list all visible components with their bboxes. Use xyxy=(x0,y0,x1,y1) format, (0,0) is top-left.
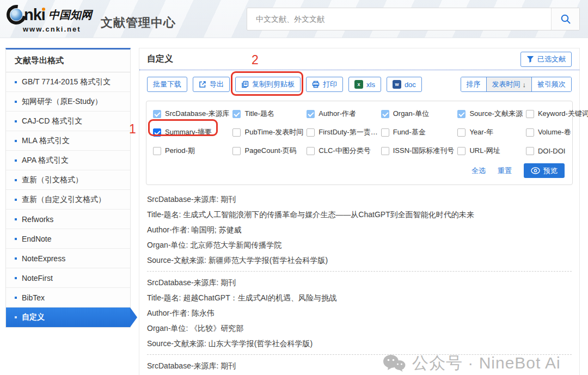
sidebar-item-label: NoteFirst xyxy=(22,274,53,282)
sidebar-item[interactable]: MLA 格式引文 xyxy=(6,131,130,151)
copy-label: 复制到剪贴板 xyxy=(252,79,295,89)
field-label: ISSN-国际标准刊号 xyxy=(393,146,455,156)
field-selection-box: SrcDatabase-来源库 Title-题名 Author-作者 xyxy=(146,101,573,185)
checkbox-icon[interactable] xyxy=(381,110,389,118)
field-checkbox-item[interactable]: PageCount-页码 xyxy=(232,146,303,156)
sidebar-item-label: GB/T 7714-2015 格式引文 xyxy=(22,77,111,87)
export-xls-button[interactable]: x xls xyxy=(348,77,381,92)
sidebar-item[interactable]: BibTex xyxy=(6,288,130,308)
checkbox-icon[interactable] xyxy=(232,128,241,137)
sidebar-item[interactable]: APA 格式引文 xyxy=(6,151,130,170)
sidebar-item[interactable]: Refworks xyxy=(6,210,130,229)
checkbox-icon[interactable] xyxy=(457,110,465,118)
checkbox-icon[interactable] xyxy=(457,128,465,137)
field-checkbox-item[interactable]: CLC-中图分类号 xyxy=(307,146,377,156)
selected-docs-button[interactable]: 已选文献 xyxy=(520,52,572,67)
export-icon xyxy=(199,81,206,88)
sidebar-item[interactable]: 自定义 xyxy=(6,308,130,327)
record-item: SrcDatabase-来源库: 期刊Title-题名: 生成式人工智能浪潮下的… xyxy=(147,188,572,271)
page-title: 文献管理中心 xyxy=(101,15,176,31)
checkbox-icon[interactable] xyxy=(307,110,315,118)
sidebar-item[interactable]: CAJ-CD 格式引文 xyxy=(6,112,130,131)
sidebar-item-label: 查新（自定义引文格式） xyxy=(22,195,106,205)
cnki-export-page: nki 中国知网 www.cnki.net 文献管理中心 文献导出格式 GB xyxy=(0,0,588,375)
print-button[interactable]: 打印 xyxy=(306,77,343,92)
sidebar-item-label: Refworks xyxy=(22,215,53,224)
record-line: Title-题名: 超越ChatGPT：生成式AI的机遇、风险与挑战 xyxy=(147,290,572,305)
copy-icon xyxy=(241,81,249,88)
toolbar: 批量下载 导出 复制到剪贴板 打印 x xyxy=(139,70,579,99)
checkbox-icon[interactable] xyxy=(153,128,161,137)
field-checkbox-item[interactable]: FirstDuty-第一责… xyxy=(307,127,377,137)
sidebar-item[interactable]: GB/T 7714-2015 格式引文 xyxy=(6,72,130,92)
record-list: SrcDatabase-来源库: 期刊Title-题名: 生成式人工智能浪潮下的… xyxy=(139,185,579,375)
checkbox-icon[interactable] xyxy=(526,110,534,118)
xls-label: xls xyxy=(366,81,375,89)
search-input[interactable] xyxy=(247,8,551,30)
reset-link[interactable]: 重置 xyxy=(498,166,512,176)
export-label: 导出 xyxy=(210,79,224,89)
field-checkbox-item[interactable]: Fund-基金 xyxy=(381,127,455,137)
sidebar-item-label: APA 格式引文 xyxy=(22,156,69,165)
field-checkbox-item[interactable]: Author-作者 xyxy=(307,109,377,119)
search-box xyxy=(247,8,580,30)
checkbox-icon[interactable] xyxy=(526,128,534,137)
checkbox-icon[interactable] xyxy=(232,147,241,155)
checkbox-icon[interactable] xyxy=(381,128,389,137)
field-checkbox-item[interactable]: Keyword-关键词 xyxy=(526,109,588,119)
field-checkbox-item[interactable]: Period-期 xyxy=(153,146,229,156)
checkbox-icon[interactable] xyxy=(526,147,534,155)
checkbox-icon[interactable] xyxy=(307,128,315,137)
field-checkbox-item[interactable]: ISSN-国际标准刊号 xyxy=(381,146,455,156)
cnki-logo[interactable]: nki 中国知网 www.cnki.net xyxy=(7,5,92,33)
export-doc-button[interactable]: w doc xyxy=(387,77,422,92)
checkbox-icon[interactable] xyxy=(232,110,241,118)
bullet-icon xyxy=(15,101,17,103)
sidebar-item[interactable]: EndNote xyxy=(6,229,130,249)
checkbox-icon[interactable] xyxy=(153,110,161,118)
preview-button[interactable]: 预览 xyxy=(524,163,565,178)
eye-icon xyxy=(531,167,540,174)
field-checkbox-item[interactable]: Organ-单位 xyxy=(381,109,455,119)
sidebar-item-label: EndNote xyxy=(22,235,51,243)
sidebar-item[interactable]: 查新（引文格式） xyxy=(6,170,130,190)
copy-to-clipboard-button[interactable]: 复制到剪贴板 xyxy=(235,77,301,92)
checkbox-icon[interactable] xyxy=(307,147,315,155)
field-checkbox-item[interactable]: Title-题名 xyxy=(232,109,303,119)
sort-desc-arrow-icon: ↓ xyxy=(523,81,526,89)
record-line: Author-作者: 喻国明; 苏健威 xyxy=(147,222,572,237)
sort-by-cited-button[interactable]: 被引频次 xyxy=(531,77,571,91)
sidebar-item[interactable]: 知网研学（原E-Study） xyxy=(6,92,130,112)
bullet-icon xyxy=(15,120,17,122)
export-button[interactable]: 导出 xyxy=(193,77,230,92)
panel-header: 自定义 已选文献 xyxy=(139,48,579,70)
bullet-icon xyxy=(15,199,17,201)
sidebar-item[interactable]: NoteFirst xyxy=(6,268,130,288)
sort-group: 排序 发表时间 ↓ 被引频次 xyxy=(461,77,572,92)
sidebar-item[interactable]: NoteExpress xyxy=(6,249,130,268)
checkbox-icon[interactable] xyxy=(457,147,465,155)
field-checkbox-item[interactable]: SrcDatabase-来源库 xyxy=(153,109,229,119)
field-label: DOI-DOI xyxy=(538,147,566,155)
checkbox-icon[interactable] xyxy=(381,147,389,155)
record-line: Organ-单位: 北京师范大学新闻传播学院 xyxy=(147,237,572,253)
field-checkbox-item[interactable]: URL-网址 xyxy=(457,146,523,156)
bullet-icon xyxy=(15,238,17,240)
field-label: PubTime-发表时间 xyxy=(244,127,303,137)
field-checkbox-item[interactable]: Source-文献来源 xyxy=(457,109,523,119)
batch-download-button[interactable]: 批量下载 xyxy=(147,77,187,92)
field-checkbox-item[interactable]: Year-年 xyxy=(457,127,523,137)
field-checkbox-item[interactable]: PubTime-发表时间 xyxy=(232,127,303,137)
field-checkbox-grid: SrcDatabase-来源库 Title-题名 Author-作者 xyxy=(153,109,566,156)
checkbox-icon[interactable] xyxy=(153,147,161,155)
search-button[interactable] xyxy=(551,8,579,30)
select-all-link[interactable]: 全选 xyxy=(471,166,486,176)
sidebar-item-label: MLA 格式引文 xyxy=(22,136,70,146)
sidebar-item[interactable]: 查新（自定义引文格式） xyxy=(6,190,130,210)
preview-label: 预览 xyxy=(543,166,558,176)
field-checkbox-item[interactable]: Volume-卷 xyxy=(526,127,588,137)
sort-by-pubtime-button[interactable]: 发表时间 ↓ xyxy=(486,77,532,91)
record-line: SrcDatabase-来源库: 期刊 xyxy=(147,358,572,373)
field-checkbox-item[interactable]: Summary-摘要 xyxy=(153,127,229,137)
field-checkbox-item[interactable]: DOI-DOI xyxy=(526,146,588,156)
